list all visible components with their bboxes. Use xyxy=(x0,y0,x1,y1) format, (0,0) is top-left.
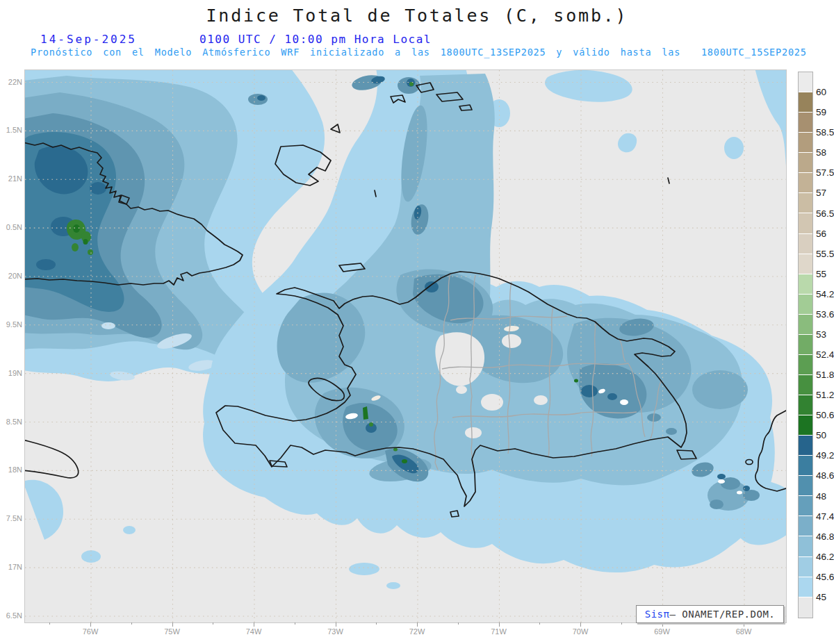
colorbar-segment xyxy=(799,92,812,113)
colorbar-segment xyxy=(799,375,812,395)
colorbar-label-53.6: 53.6 xyxy=(816,308,834,319)
colorbar-segment xyxy=(799,315,812,335)
lon-tick xyxy=(254,622,254,627)
colorbar-segment xyxy=(799,456,812,476)
jamaica-coastline xyxy=(25,440,79,478)
forecast-time: 0100 UTC / 10:00 pm Hora Local xyxy=(199,33,432,46)
colorbar-segment xyxy=(799,254,812,274)
lat-label-0.5N: 0.5N xyxy=(0,223,22,231)
sispi-logo: Sisπ xyxy=(645,609,670,620)
lon-tick xyxy=(131,622,132,625)
colorbar-segment xyxy=(799,536,812,556)
colorbar-label-54.2: 54.2 xyxy=(816,288,834,299)
colorbar-segment xyxy=(799,355,812,375)
lat-label-18N: 18N xyxy=(0,465,22,474)
colorbar-label-58: 58 xyxy=(816,147,826,158)
attribution-text: – ONAMET/REP.DOM. xyxy=(669,609,775,620)
lat-label-1.5N: 1.5N xyxy=(0,126,22,134)
lat-label-22N: 22N xyxy=(0,78,22,86)
lon-tick xyxy=(621,622,622,625)
lat-label-9.5N: 9.5N xyxy=(0,320,22,329)
lat-label-6.5N: 6.5N xyxy=(0,611,22,620)
lon-tick xyxy=(499,622,500,627)
colorbar-segment xyxy=(799,213,812,233)
colorbar-label-48: 48 xyxy=(816,490,826,501)
attribution-box: Sisπ – ONAMET/REP.DOM. xyxy=(636,605,784,623)
lon-tick xyxy=(172,622,173,627)
colorbar-label-57.5: 57.5 xyxy=(816,167,834,178)
colorbar-label-46.2: 46.2 xyxy=(816,551,834,561)
lon-tick xyxy=(539,622,540,625)
colorbar-label-55.5: 55.5 xyxy=(816,248,834,258)
colorbar-segment xyxy=(799,72,812,92)
lon-label-76W: 76W xyxy=(83,627,99,636)
contour-map xyxy=(25,70,786,622)
colorbar-label-52.4: 52.4 xyxy=(816,349,834,360)
colorbar-scale xyxy=(798,72,813,618)
colorbar-label-57: 57 xyxy=(816,188,826,198)
colorbar-segment xyxy=(799,476,812,496)
colorbar-label-59: 59 xyxy=(816,107,826,117)
lat-label-7.5N: 7.5N xyxy=(0,514,22,522)
forecast-date: 14-Sep-2025 xyxy=(40,33,137,46)
lon-label-74W: 74W xyxy=(246,627,262,636)
lon-label-73W: 73W xyxy=(327,627,343,636)
colorbar-segment xyxy=(799,415,812,436)
map-plot-area xyxy=(24,69,787,623)
lon-tick xyxy=(458,622,459,625)
lon-tick xyxy=(90,622,91,627)
colorbar-segment xyxy=(799,295,812,315)
lon-tick xyxy=(336,622,336,627)
lat-label-17N: 17N xyxy=(0,563,22,571)
lon-tick xyxy=(580,622,581,627)
colorbar-segment xyxy=(799,395,812,415)
colorbar-label-45: 45 xyxy=(816,591,826,602)
colorbar-segment xyxy=(799,173,812,193)
lon-label-72W: 72W xyxy=(409,627,425,636)
colorbar-label-50.6: 50.6 xyxy=(816,410,834,420)
lat-label-8.5N: 8.5N xyxy=(0,418,22,426)
datetime-line: 14-Sep-2025 0100 UTC / 10:00 pm Hora Loc… xyxy=(0,33,834,47)
colorbar-label-53: 53 xyxy=(816,329,826,339)
lon-label-71W: 71W xyxy=(491,627,507,636)
colorbar-label-51.2: 51.2 xyxy=(816,390,834,400)
lat-label-20N: 20N xyxy=(0,272,22,280)
weather-map-page: Indice Total de Totales (C, somb.) 14-Se… xyxy=(0,0,834,644)
colorbar-label-48.6: 48.6 xyxy=(816,470,834,481)
colorbar-segment xyxy=(799,113,812,133)
lon-label-69W: 69W xyxy=(654,627,670,636)
lon-tick xyxy=(417,622,418,627)
model-init-line: Pronóstico con el Modelo Atmósferico WRF… xyxy=(31,47,807,58)
contour-shading xyxy=(25,70,786,589)
colorbar-segment xyxy=(799,335,812,355)
lon-tick xyxy=(213,622,213,625)
lon-label-68W: 68W xyxy=(736,627,752,636)
colorbar-segment xyxy=(799,234,812,254)
colorbar-segment xyxy=(799,557,812,577)
page-title: Indice Total de Totales (C, somb.) xyxy=(0,6,834,26)
little-inagua-island xyxy=(331,124,340,133)
lon-label-75W: 75W xyxy=(164,627,180,636)
lon-tick xyxy=(376,622,377,625)
colorbar-label-58.5: 58.5 xyxy=(816,127,834,138)
colorbar-segment xyxy=(799,496,812,516)
colorbar-segment xyxy=(799,153,812,173)
colorbar-label-51.8: 51.8 xyxy=(816,370,834,380)
colorbar-segment xyxy=(799,133,812,153)
colorbar-label-50: 50 xyxy=(816,430,826,440)
lon-tick xyxy=(295,622,295,625)
lon-label-70W: 70W xyxy=(573,627,589,636)
colorbar-label-47.4: 47.4 xyxy=(816,511,834,521)
lon-tick xyxy=(785,622,785,625)
lon-tick xyxy=(49,622,50,625)
lat-label-19N: 19N xyxy=(0,369,22,377)
lat-label-21N: 21N xyxy=(0,174,22,183)
colorbar-label-46.8: 46.8 xyxy=(816,531,834,541)
colorbar-segment xyxy=(799,577,812,597)
colorbar-segment xyxy=(799,597,812,618)
colorbar-segment xyxy=(799,274,812,295)
colorbar-segment xyxy=(799,516,812,536)
colorbar-label-60: 60 xyxy=(816,87,826,97)
colorbar-segment xyxy=(799,436,812,456)
colorbar-segment xyxy=(799,193,812,213)
